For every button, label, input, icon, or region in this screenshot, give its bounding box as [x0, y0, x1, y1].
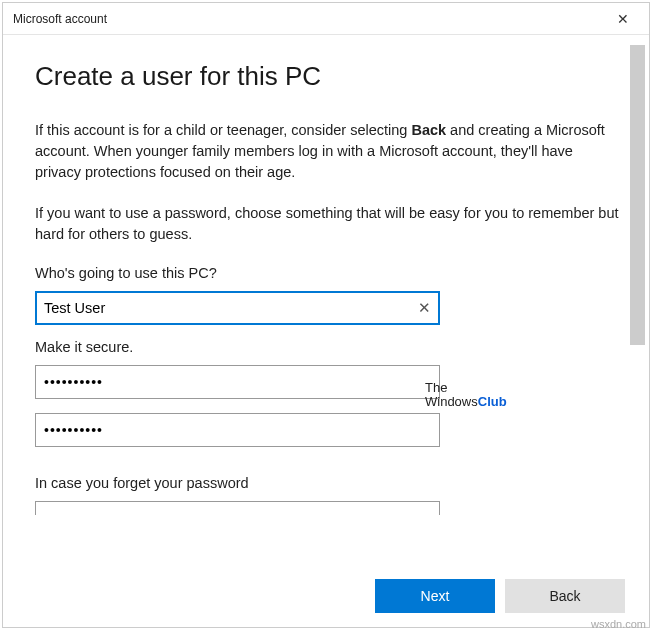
watermark-word-club: Club — [478, 394, 507, 409]
content-area: Create a user for this PC If this accoun… — [3, 35, 630, 565]
security-question-label: In case you forget your password — [35, 475, 620, 491]
clear-input-button[interactable]: ✕ — [414, 299, 434, 317]
attribution-text: wsxdn.com — [591, 618, 646, 630]
dialog-body: Create a user for this PC If this accoun… — [3, 35, 649, 627]
content-wrap: Create a user for this PC If this accoun… — [3, 35, 649, 565]
username-label: Who's going to use this PC? — [35, 265, 620, 281]
watermark-word-windows: Windows — [425, 394, 478, 409]
close-icon: ✕ — [617, 11, 629, 27]
username-field-row: ✕ — [35, 291, 440, 325]
watermark-line2: WindowsClub — [425, 395, 507, 409]
intro-paragraph-2: If you want to use a password, choose so… — [35, 203, 620, 245]
dialog-window: Microsoft account ✕ Create a user for th… — [2, 2, 650, 628]
titlebar: Microsoft account ✕ — [3, 3, 649, 35]
watermark-line1: The — [425, 381, 507, 395]
next-button[interactable]: Next — [375, 579, 495, 613]
password-section-label: Make it secure. — [35, 339, 620, 355]
confirm-password-input[interactable] — [35, 413, 440, 447]
password-input[interactable] — [35, 365, 440, 399]
security-question-field[interactable] — [35, 501, 440, 515]
scrollbar-thumb[interactable] — [630, 45, 645, 345]
window-title: Microsoft account — [13, 12, 107, 26]
username-input[interactable] — [35, 291, 440, 325]
clear-icon: ✕ — [418, 299, 431, 316]
watermark-logo: The WindowsClub — [425, 381, 507, 410]
intro-text-a: If this account is for a child or teenag… — [35, 122, 411, 138]
page-title: Create a user for this PC — [35, 61, 620, 92]
close-button[interactable]: ✕ — [603, 5, 643, 33]
vertical-scrollbar[interactable] — [630, 45, 647, 555]
intro-paragraph-1: If this account is for a child or teenag… — [35, 120, 620, 183]
dialog-footer: Next Back — [3, 565, 649, 627]
back-emphasis: Back — [411, 122, 446, 138]
back-button[interactable]: Back — [505, 579, 625, 613]
